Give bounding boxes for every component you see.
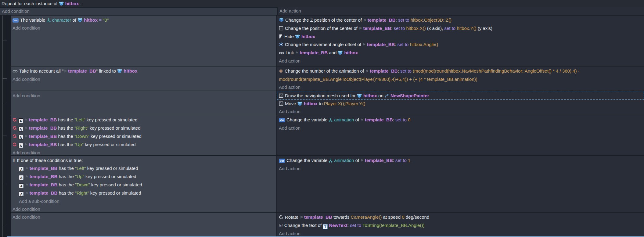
text-segment: Move: [285, 101, 297, 106]
object-name: template_BB: [30, 166, 58, 171]
condition-row[interactable]: Take into account all "⚑template_BB" lin…: [11, 67, 276, 75]
condition-row[interactable]: ‖If one of these conditions is true:: [11, 156, 276, 164]
key-a-icon: A: [19, 192, 24, 196]
keyword-segment: set to: [398, 17, 411, 23]
action-row[interactable]: Change the Z position of the center of ⚑…: [277, 16, 644, 24]
repeat-event-header[interactable]: Repeat for each instance of hitbox :: [0, 0, 644, 7]
object-hitbox-icon: [297, 101, 302, 106]
key-a-icon: A: [19, 183, 24, 188]
add-action-button[interactable]: Add action: [277, 57, 644, 65]
indent-guide-tick: [2, 78, 7, 79]
add-sub-condition-button[interactable]: Add a sub-condition: [11, 197, 276, 205]
add-action-button[interactable]: Add action: [278, 7, 301, 15]
condition-row[interactable]: A⚑template_BB has the "Down" key pressed…: [11, 132, 276, 141]
flag-icon: ⚑: [25, 174, 29, 179]
condition-row[interactable]: A⚑template_BB has the "Right" key presse…: [11, 124, 276, 132]
object-name: template_BB: [29, 134, 57, 139]
flag-icon: ⚑: [362, 42, 366, 47]
key-a-icon: A: [18, 143, 23, 148]
action-row[interactable]: Change the position of the center of ⚑te…: [277, 24, 644, 33]
conditions-column: Add condition: [11, 213, 276, 237]
action-row[interactable]: Move hitbox to Player.X();Player.Y(): [277, 100, 644, 108]
expression-segment: hitbox.Y(): [457, 26, 476, 31]
flag-icon: ⚑: [300, 215, 303, 220]
expression-segment: hitbox.Object3D::Z(): [411, 17, 452, 23]
text-segment: Link: [286, 50, 295, 55]
add-condition-button[interactable]: Add condition: [11, 92, 276, 100]
rotate-icon: [279, 215, 283, 219]
text-segment: Rotate: [285, 214, 300, 220]
action-row[interactable]: VarChange the variable animation of ⚑tem…: [277, 156, 644, 165]
action-row[interactable]: VarChange the variable animation of ⚑tem…: [277, 116, 644, 124]
add-action-button[interactable]: Add action: [277, 230, 644, 237]
add-condition-button[interactable]: Add condition: [11, 24, 276, 32]
text-segment: key pressed or simulated: [90, 182, 142, 187]
action-row[interactable]: Change the number of the animation of ⚑t…: [277, 67, 644, 83]
object-name: template_BB: [368, 17, 396, 23]
action-row[interactable]: Hide hitbox: [277, 33, 644, 41]
text-segment: key pressed or simulated: [88, 125, 141, 131]
text-segment: Change the position of the center of: [285, 26, 359, 31]
condition-row[interactable]: A⚑template_BB has the "Left" key pressed…: [11, 164, 276, 173]
object-hitbox-icon: [338, 50, 343, 55]
text-segment: has the: [57, 134, 74, 139]
add-action-button[interactable]: Add action: [277, 165, 644, 173]
object-name: template_BB: [30, 174, 58, 179]
action-row[interactable]: Rotate ⚑template_BB towards CameraAngle(…: [277, 213, 644, 221]
text-segment: has the: [57, 125, 74, 131]
position-icon: [279, 26, 283, 31]
add-action-button[interactable]: Add action: [277, 108, 644, 115]
action-row[interactable]: Link ⚑template_BB and hitbox: [277, 49, 644, 57]
indent-guide-tick: [2, 135, 7, 135]
object-hitbox-icon: [117, 69, 122, 73]
action-row[interactable]: Change the movement angle offset of ⚑tem…: [277, 41, 644, 49]
repeat-actions-column: Add action: [278, 7, 644, 15]
string-segment: "Left": [75, 166, 86, 171]
object-name: hitbox: [363, 93, 377, 98]
add-condition-button[interactable]: Add condition: [11, 205, 276, 212]
add-condition-button[interactable]: Add condition: [0, 8, 277, 15]
add-condition-button[interactable]: Add condition: [11, 213, 276, 221]
structure-icon: [47, 18, 51, 22]
expression-segment: 0: [408, 117, 410, 122]
conditions-column: VarThe variable character of hitbox = "0…: [11, 16, 276, 66]
object-name: template_BB: [68, 68, 96, 74]
indent-guide-tick: [2, 41, 7, 41]
text-segment: has the: [57, 190, 75, 196]
add-condition-button[interactable]: Add condition: [11, 149, 276, 155]
key-a-icon: A: [19, 175, 24, 180]
variable-name: animation: [334, 158, 354, 163]
text-segment: Change the movement angle offset of: [285, 42, 362, 47]
condition-row[interactable]: A⚑template_BB has the "Up" key pressed o…: [11, 173, 276, 181]
key-a-icon: A: [18, 135, 23, 140]
action-row-selected[interactable]: Draw the navigation mesh used for hitbox…: [277, 92, 644, 100]
action-row[interactable]: txtChange the text of TNewText: set to T…: [277, 221, 644, 230]
text-segment: on: [377, 93, 385, 98]
string-segment: "0": [103, 17, 109, 23]
painter-icon: [279, 93, 283, 98]
or-icon: ‖: [13, 158, 15, 163]
text-segment: has the: [57, 166, 75, 171]
text-segment: :: [79, 1, 81, 6]
text-segment: Draw the navigation mesh used for: [285, 93, 357, 98]
flag-icon: ⚑: [25, 191, 29, 196]
string-segment: "Left": [74, 117, 85, 122]
text-segment: The variable: [20, 17, 47, 23]
text-segment: of: [354, 158, 361, 163]
text-segment: key pressed or simulated: [89, 190, 141, 196]
condition-row[interactable]: VarThe variable character of hitbox = "0…: [11, 16, 276, 24]
object-name: template_BB: [29, 125, 57, 131]
add-action-button[interactable]: Add action: [277, 124, 644, 132]
condition-row[interactable]: A⚑template_BB has the "Down" key pressed…: [11, 181, 276, 189]
repeat-event-body: Add conditionAdd action: [0, 7, 644, 15]
flag-icon: ⚑: [363, 18, 367, 23]
condition-row[interactable]: A⚑template_BB has the "Up" key pressed o…: [11, 141, 276, 149]
conditions-column: ‖If one of these conditions is true:A⚑te…: [11, 156, 276, 212]
add-condition-button[interactable]: Add condition: [11, 75, 276, 83]
add-action-button[interactable]: Add action: [277, 83, 644, 91]
text-segment: key pressed or simulated: [86, 166, 138, 171]
condition-row[interactable]: A⚑template_BB has the "Left" key pressed…: [11, 116, 276, 124]
condition-row[interactable]: A⚑template_BB has the "Right" key presse…: [11, 189, 276, 197]
flag-icon: ⚑: [24, 118, 28, 122]
object-name: NewShapePainter: [390, 93, 429, 98]
